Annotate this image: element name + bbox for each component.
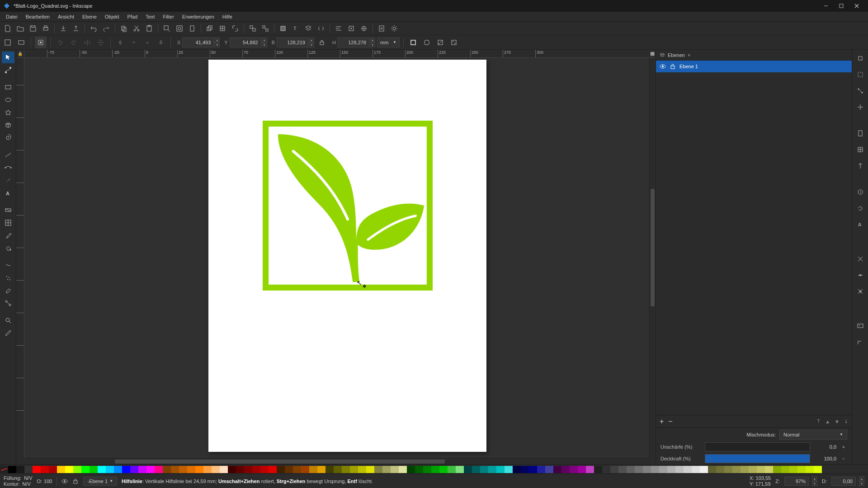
color-swatch[interactable] [236, 466, 244, 473]
color-swatch[interactable] [741, 466, 749, 473]
dock-snap-midpoint-button[interactable] [854, 269, 867, 281]
gradient-tool[interactable] [2, 204, 14, 216]
color-swatch[interactable] [293, 466, 301, 473]
undo-button[interactable] [88, 23, 99, 34]
align-dialog-button[interactable] [333, 23, 344, 34]
y-input[interactable]: 54,882 [230, 38, 261, 47]
color-swatch[interactable] [130, 466, 138, 473]
color-swatch[interactable] [651, 466, 659, 473]
dock-snap-image-button[interactable] [854, 320, 867, 332]
menu-filter[interactable]: Filter [159, 13, 178, 20]
color-swatch[interactable] [561, 466, 570, 473]
blur-value[interactable]: 0,0 [814, 444, 836, 450]
w-spinner[interactable]: ▲▼ [309, 38, 314, 47]
dropper-tool[interactable] [2, 230, 14, 241]
color-swatch[interactable] [155, 466, 163, 473]
maximize-button[interactable] [834, 0, 849, 12]
color-swatch[interactable] [382, 466, 391, 473]
menu-ebene[interactable]: Ebene [78, 13, 101, 20]
color-swatch[interactable] [277, 466, 285, 473]
h-spinner[interactable]: ▲▼ [370, 38, 375, 47]
color-swatch[interactable] [700, 466, 708, 473]
text-tool[interactable]: A [2, 187, 14, 199]
scale-stroke-button[interactable] [407, 37, 419, 48]
unlink-clone-button[interactable] [229, 23, 241, 34]
selector-tool[interactable] [2, 52, 14, 63]
color-swatch[interactable] [545, 466, 553, 473]
color-swatch[interactable] [57, 466, 65, 473]
bezier-tool[interactable] [2, 162, 14, 174]
color-swatch[interactable] [138, 466, 146, 473]
dock-snap-button[interactable] [854, 52, 867, 64]
color-swatch[interactable] [146, 466, 155, 473]
mesh-tool[interactable] [2, 217, 14, 229]
add-layer-button[interactable]: + [660, 418, 664, 426]
color-swatch[interactable] [797, 466, 806, 473]
spray-tool[interactable] [2, 272, 14, 284]
dock-snap-others-button[interactable] [854, 101, 867, 113]
vertical-ruler[interactable] [16, 58, 24, 458]
zoom-tool[interactable] [2, 314, 14, 326]
raise-top-button[interactable] [114, 37, 126, 48]
color-swatch[interactable] [220, 466, 228, 473]
dock-snap-center-button[interactable] [854, 186, 867, 198]
zoom-input[interactable]: 97% [784, 477, 809, 486]
color-swatch[interactable] [285, 466, 293, 473]
x-input[interactable]: 41,493 [182, 38, 214, 47]
color-swatch[interactable] [627, 466, 635, 473]
import-button[interactable] [57, 23, 69, 34]
color-swatch[interactable] [90, 466, 98, 473]
color-swatch[interactable] [464, 466, 472, 473]
menu-pfad[interactable]: Pfad [123, 13, 142, 20]
dock-snap-edge-button[interactable] [854, 253, 867, 265]
opacity-decrease-button[interactable]: − [840, 456, 847, 461]
color-swatch[interactable] [317, 466, 326, 473]
minimize-button[interactable] [818, 0, 834, 12]
color-swatch[interactable] [171, 466, 179, 473]
pencil-tool[interactable] [2, 149, 14, 161]
color-swatch[interactable] [529, 466, 537, 473]
vertical-scrollbar[interactable] [649, 58, 656, 458]
color-swatch[interactable] [122, 466, 130, 473]
layer-bottom-button[interactable]: ⤓ [844, 418, 848, 424]
color-swatch[interactable] [269, 466, 277, 473]
open-doc-button[interactable] [14, 23, 26, 34]
rotation-spinner[interactable]: ▲▼ [859, 476, 864, 486]
color-swatch[interactable] [757, 466, 765, 473]
color-swatch[interactable] [480, 466, 488, 473]
text-dialog-button[interactable]: T [290, 23, 302, 34]
color-swatch[interactable] [814, 466, 822, 473]
dock-snap-text-button[interactable]: A [854, 219, 867, 230]
select-all-layers-button[interactable] [2, 37, 14, 48]
color-swatch[interactable] [635, 466, 643, 473]
color-swatch[interactable] [366, 466, 374, 473]
color-swatch[interactable] [399, 466, 407, 473]
transform-dialog-button[interactable] [345, 23, 357, 34]
color-swatch[interactable] [724, 466, 732, 473]
blur-increase-button[interactable]: + [840, 444, 847, 450]
blur-slider[interactable] [705, 442, 810, 451]
color-swatch[interactable] [667, 466, 675, 473]
menu-text[interactable]: Text [142, 13, 159, 20]
dock-snap-page-button[interactable] [854, 127, 867, 139]
layers-dialog-button[interactable] [302, 23, 314, 34]
save-button[interactable] [27, 23, 39, 34]
color-swatch[interactable] [73, 466, 81, 473]
dock-snap-grid-button[interactable] [854, 144, 867, 155]
opacity-indicator[interactable]: O:100 [37, 479, 52, 484]
unit-select[interactable]: mm▼ [377, 38, 400, 47]
color-swatch[interactable] [692, 466, 700, 473]
duplicate-button[interactable] [204, 23, 216, 34]
fill-stroke-indicator[interactable]: Füllung:N/V Kontur:N/V [4, 475, 32, 487]
color-swatch[interactable] [65, 466, 73, 473]
rectangle-tool[interactable] [2, 81, 14, 93]
measure-tool[interactable] [2, 327, 14, 339]
color-palette[interactable] [0, 465, 868, 474]
tweak-tool[interactable] [2, 259, 14, 271]
color-swatch[interactable] [16, 466, 24, 473]
calligraphy-tool[interactable] [2, 174, 14, 186]
color-swatch[interactable] [374, 466, 382, 473]
preferences-button[interactable] [388, 23, 400, 34]
color-swatch[interactable] [773, 466, 781, 473]
color-swatch[interactable] [309, 466, 317, 473]
